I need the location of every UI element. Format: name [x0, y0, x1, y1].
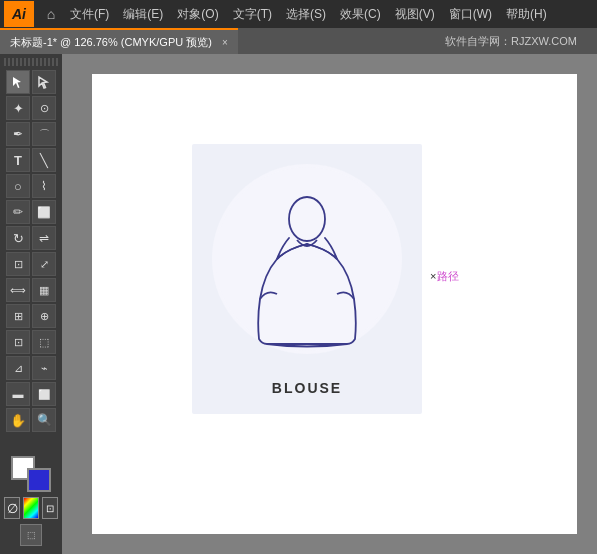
- rotate-tool[interactable]: ↻: [6, 226, 30, 250]
- curvature-tool[interactable]: ⌒: [32, 122, 56, 146]
- warp-tool[interactable]: ⤢: [32, 252, 56, 276]
- direct-select-tool[interactable]: [32, 70, 56, 94]
- blouse-text-label: BLOUSE: [192, 380, 422, 396]
- svg-point-0: [215, 167, 399, 351]
- paintbrush-tool[interactable]: ⌇: [32, 174, 56, 198]
- color-icon[interactable]: [23, 497, 39, 519]
- menu-effect[interactable]: 效果(C): [334, 4, 387, 25]
- menu-select[interactable]: 选择(S): [280, 4, 332, 25]
- artboard-tool[interactable]: ⬜: [32, 382, 56, 406]
- type-tool[interactable]: T: [6, 148, 30, 172]
- ellipse-tool[interactable]: ○: [6, 174, 30, 198]
- background-color[interactable]: [27, 468, 51, 492]
- artboard-small-icon[interactable]: ⬚: [20, 524, 42, 546]
- line-tool[interactable]: ╲: [32, 148, 56, 172]
- tab-title: 未标题-1* @ 126.76% (CMYK/GPU 预览): [10, 35, 212, 50]
- path-cross-icon: ×: [430, 270, 436, 282]
- menu-text[interactable]: 文字(T): [227, 4, 278, 25]
- menu-window[interactable]: 窗口(W): [443, 4, 498, 25]
- eyedropper-tool[interactable]: ⊿: [6, 356, 30, 380]
- menu-help[interactable]: 帮助(H): [500, 4, 553, 25]
- menubar: Ai ⌂ 文件(F) 编辑(E) 对象(O) 文字(T) 选择(S) 效果(C)…: [0, 0, 597, 28]
- menu-object[interactable]: 对象(O): [171, 4, 224, 25]
- color-section: ∅ ⊡ ⬚: [4, 456, 58, 550]
- menu-view[interactable]: 视图(V): [389, 4, 441, 25]
- app-logo: Ai: [4, 1, 34, 27]
- gradient-tool[interactable]: ▦: [32, 278, 56, 302]
- canvas-area[interactable]: BLOUSE ×路径: [62, 54, 597, 554]
- path-tooltip: ×路径: [430, 269, 459, 284]
- chart-tool[interactable]: ▬: [6, 382, 30, 406]
- blouse-illustration: [192, 144, 422, 384]
- shape-builder-tool[interactable]: ⊕: [32, 304, 56, 328]
- scale-tool[interactable]: ⊡: [6, 252, 30, 276]
- color-boxes[interactable]: [11, 456, 51, 492]
- tab-close-button[interactable]: ×: [222, 37, 228, 48]
- active-tab[interactable]: 未标题-1* @ 126.76% (CMYK/GPU 预览) ×: [0, 28, 238, 54]
- canvas-page: BLOUSE ×路径: [92, 74, 577, 534]
- reflect-tool[interactable]: ⇌: [32, 226, 56, 250]
- zoom-tool[interactable]: 🔍: [32, 408, 56, 432]
- perspective-tool[interactable]: ⬚: [32, 330, 56, 354]
- magic-wand-tool[interactable]: ✦: [6, 96, 30, 120]
- main-area: ✦ ⊙ ✒ ⌒ T ╲ ○ ⌇ ✏ ⬜ ↻ ⇌ ⊡: [0, 54, 597, 554]
- pen-tool[interactable]: ✒: [6, 122, 30, 146]
- lasso-tool[interactable]: ⊙: [32, 96, 56, 120]
- mesh-tool[interactable]: ⊞: [6, 304, 30, 328]
- tabbar: 未标题-1* @ 126.76% (CMYK/GPU 预览) × 软件自学网：R…: [0, 28, 597, 54]
- pencil-tool[interactable]: ✏: [6, 200, 30, 224]
- menu-file[interactable]: 文件(F): [64, 4, 115, 25]
- website-label: 软件自学网：RJZXW.COM: [445, 34, 587, 49]
- menu-edit[interactable]: 编辑(E): [117, 4, 169, 25]
- blouse-card: BLOUSE: [192, 144, 422, 414]
- left-toolbar: ✦ ⊙ ✒ ⌒ T ╲ ○ ⌇ ✏ ⬜ ↻ ⇌ ⊡: [0, 54, 62, 554]
- reset-colors-icon[interactable]: ⊡: [42, 497, 58, 519]
- hand-tool[interactable]: ✋: [6, 408, 30, 432]
- none-icon[interactable]: ∅: [4, 497, 20, 519]
- home-icon[interactable]: ⌂: [40, 3, 62, 25]
- ruler: [4, 58, 58, 66]
- blend-tool[interactable]: ⌁: [32, 356, 56, 380]
- eraser-tool[interactable]: ⬜: [32, 200, 56, 224]
- width-tool[interactable]: ⟺: [6, 278, 30, 302]
- live-paint-tool[interactable]: ⊡: [6, 330, 30, 354]
- select-tool[interactable]: [6, 70, 30, 94]
